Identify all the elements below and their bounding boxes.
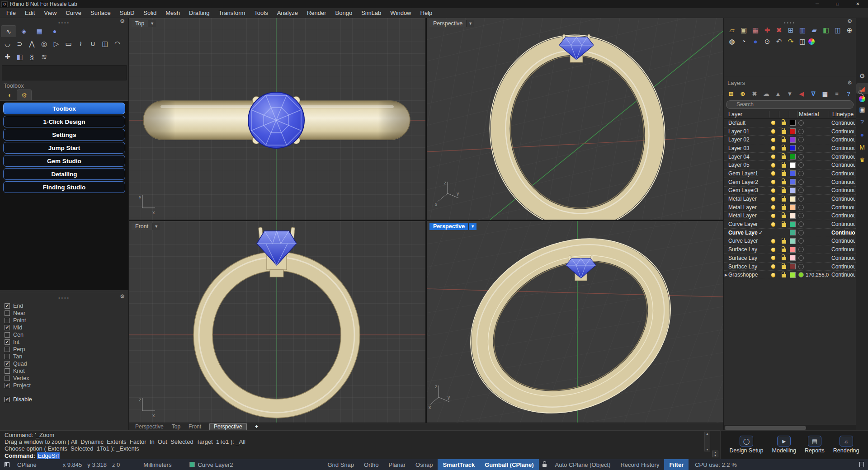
layer-material-circle[interactable] bbox=[798, 120, 804, 126]
layer-row[interactable]: Gem Layer2 Continuou bbox=[724, 178, 856, 187]
layer-row[interactable]: Metal Layer Continuou bbox=[724, 203, 856, 212]
osnap-checkbox[interactable] bbox=[5, 376, 10, 381]
status-toggle[interactable]: Record History bbox=[615, 459, 664, 470]
open-file-icon[interactable]: ▱ bbox=[726, 26, 738, 34]
viewport-menu-arrow-icon[interactable]: ▼ bbox=[466, 20, 474, 27]
osnap-disable-checkbox[interactable] bbox=[5, 397, 10, 402]
menu-item[interactable]: View bbox=[39, 8, 61, 18]
menu-item[interactable]: Curve bbox=[61, 8, 86, 18]
layer-color-swatch[interactable] bbox=[790, 179, 796, 185]
lock-icon[interactable] bbox=[542, 464, 547, 467]
layers-header[interactable]: Layer Material Linetype bbox=[724, 110, 856, 119]
tools-tab-icon[interactable]: ⚙ bbox=[17, 89, 32, 100]
status-cplane[interactable]: CPlane bbox=[17, 461, 37, 468]
layers-gear-icon[interactable]: ⚙ bbox=[847, 80, 852, 86]
columns-icon[interactable]: ▦ bbox=[820, 90, 830, 97]
viewport-tab[interactable]: Front bbox=[189, 423, 201, 430]
menu-item[interactable]: Window bbox=[386, 8, 415, 18]
layer-material-circle[interactable] bbox=[798, 146, 804, 151]
menu-item[interactable]: Drafting bbox=[184, 8, 214, 18]
move-icon[interactable]: ✚ bbox=[761, 26, 773, 34]
layer-visibility-bulb-icon[interactable] bbox=[771, 129, 775, 133]
layer-visibility-bulb-icon[interactable] bbox=[771, 188, 775, 193]
panel-display-icon[interactable] bbox=[859, 96, 865, 102]
polyline-icon[interactable]: ⋀ bbox=[26, 38, 38, 50]
layer-visibility-bulb-icon[interactable] bbox=[771, 163, 775, 167]
viewport-title[interactable]: Front bbox=[132, 223, 152, 230]
menu-item[interactable]: Mesh bbox=[161, 8, 184, 18]
layer-color-swatch[interactable] bbox=[790, 213, 796, 219]
close-button[interactable]: ✕ bbox=[848, 0, 868, 8]
save-icon[interactable]: ▣ bbox=[738, 26, 750, 34]
layer-color-swatch[interactable] bbox=[790, 204, 796, 210]
layer-material-circle[interactable] bbox=[798, 213, 804, 218]
viewport-label-top[interactable]: Top ▼ bbox=[132, 20, 156, 27]
layer-color-swatch[interactable] bbox=[790, 154, 796, 160]
layer-material-circle[interactable] bbox=[798, 137, 804, 142]
layer-lock-icon[interactable] bbox=[782, 198, 786, 202]
osnap-checkbox[interactable] bbox=[5, 347, 10, 352]
stepper-up-icon[interactable]: ▲ bbox=[714, 451, 717, 454]
color-wheel-icon[interactable] bbox=[808, 38, 815, 45]
layer-material-circle[interactable] bbox=[798, 247, 804, 252]
menu-item[interactable]: Analyze bbox=[273, 8, 302, 18]
layer-row[interactable]: Metal Layer Continuou bbox=[724, 195, 856, 203]
menu-item[interactable]: Render bbox=[302, 8, 331, 18]
osnap-item[interactable]: Quad bbox=[5, 360, 126, 367]
layer-row[interactable]: Layer 03 Continuou bbox=[724, 144, 856, 153]
viewport-title[interactable]: Perspective bbox=[429, 223, 468, 230]
layer-row[interactable]: Layer 04 Continuou bbox=[724, 153, 856, 161]
osnap-checkbox[interactable] bbox=[5, 354, 10, 359]
layer-linetype[interactable]: Continuou bbox=[831, 212, 855, 219]
mirror-icon[interactable]: ◫ bbox=[832, 26, 844, 34]
viewport-perspective-bottom[interactable]: z y x Perspective ▼ bbox=[427, 221, 723, 423]
menu-item[interactable]: Transform bbox=[214, 8, 250, 18]
toolbox-nav-button[interactable]: Toolbox bbox=[3, 103, 125, 114]
layer-linetype[interactable]: Continuou bbox=[831, 162, 855, 168]
osnap-item[interactable]: Knot bbox=[5, 367, 126, 375]
jewelry-tab-icon[interactable]: ◖ bbox=[2, 89, 17, 100]
layer-visibility-bulb-icon[interactable] bbox=[771, 222, 775, 226]
layer-state-icon[interactable]: ⊞ bbox=[785, 26, 797, 34]
layer-color-swatch[interactable] bbox=[790, 196, 796, 202]
command-input[interactable]: Command: EdgeSrf bbox=[5, 452, 716, 460]
viewport-tab[interactable]: Perspective bbox=[135, 423, 164, 430]
viewport-menu-arrow-icon[interactable]: ▼ bbox=[152, 223, 160, 230]
rectangle-icon[interactable]: ▭ bbox=[62, 38, 75, 50]
add-viewport-tab-button[interactable]: + bbox=[255, 423, 259, 430]
layer-linetype[interactable]: Continuou bbox=[831, 196, 855, 202]
expand-arrow-icon[interactable]: ▶ bbox=[724, 273, 728, 277]
layer-material-circle[interactable] bbox=[798, 154, 804, 160]
layer-material-circle[interactable] bbox=[798, 255, 804, 261]
osnap-checkbox[interactable] bbox=[5, 310, 10, 316]
viewport-menu-arrow-icon[interactable]: ▼ bbox=[468, 223, 476, 230]
layer-lock-icon[interactable] bbox=[782, 189, 786, 193]
viewport-title[interactable]: Top bbox=[132, 20, 148, 27]
layer-visibility-bulb-icon[interactable] bbox=[771, 273, 775, 277]
layer-color-swatch[interactable] bbox=[790, 137, 796, 143]
surface-patch-icon[interactable]: ◧ bbox=[14, 51, 26, 63]
layer-row[interactable]: Layer 01 Continuou bbox=[724, 127, 856, 136]
viewport-front[interactable]: z x Front ▼ bbox=[129, 221, 425, 423]
osnap-checkbox[interactable] bbox=[5, 318, 10, 323]
status-toggle[interactable]: Osnap bbox=[410, 459, 438, 470]
viewport-tab[interactable]: Top bbox=[172, 423, 180, 430]
shaded-sphere-icon[interactable]: ◍ bbox=[726, 38, 738, 46]
toolbox-nav-button[interactable]: 1-Click Design bbox=[3, 116, 125, 127]
menu-item[interactable]: SimLab bbox=[357, 8, 386, 18]
layer-row[interactable]: Surface Lay Continuou bbox=[724, 263, 856, 271]
layer-visibility-bulb-icon[interactable] bbox=[771, 256, 775, 260]
delete-layer-icon[interactable]: ✖ bbox=[750, 90, 760, 97]
menu-item[interactable]: Solid bbox=[139, 8, 161, 18]
scrollbar-thumb[interactable] bbox=[725, 426, 806, 430]
maximize-button[interactable]: □ bbox=[827, 0, 848, 8]
curve-through-points-icon[interactable]: ⊃ bbox=[14, 38, 26, 50]
layer-visibility-bulb-icon[interactable] bbox=[771, 121, 775, 125]
osnap-item[interactable]: Cen bbox=[5, 331, 126, 338]
toolbar-gear-icon[interactable]: ⚙ bbox=[120, 18, 125, 24]
panel-layers-icon[interactable]: ◪ bbox=[856, 83, 868, 94]
layer-material-circle[interactable] bbox=[798, 272, 804, 277]
layer-material-circle[interactable] bbox=[798, 230, 804, 235]
undo-icon[interactable]: ↶ bbox=[773, 38, 785, 46]
viewport-label-perspective-bottom[interactable]: Perspective ▼ bbox=[429, 223, 476, 230]
